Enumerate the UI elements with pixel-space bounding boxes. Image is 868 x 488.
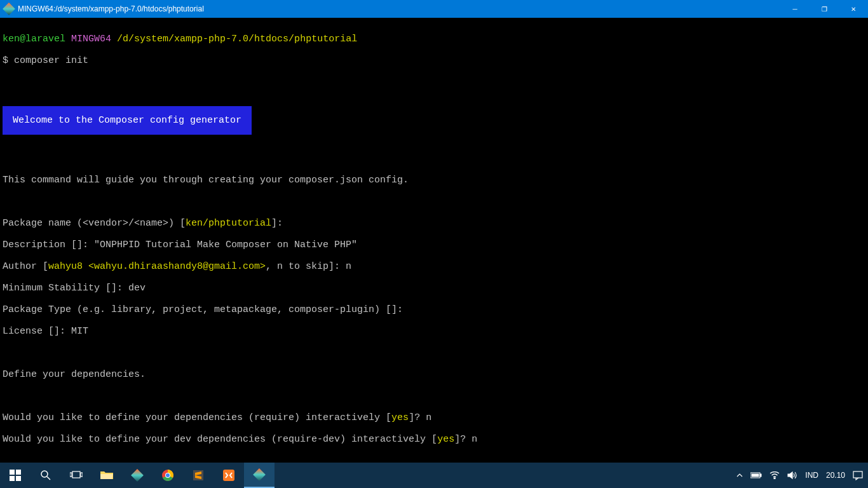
mintty-taskbar-button[interactable] [244,463,275,488]
xampp-button[interactable] [214,463,244,488]
svg-rect-6 [72,471,80,478]
svg-rect-8 [81,473,83,477]
require-line: Would you like to define your dependenci… [3,412,865,423]
maximize-button[interactable]: ❐ [810,0,839,18]
taskview-button[interactable] [61,463,92,488]
window-titlebar: MINGW64:/d/system/xampp-php-7.0/htdocs/p… [0,0,868,18]
window-title: MINGW64:/d/system/xampp-php-7.0/htdocs/p… [18,4,204,13]
window-controls: ─ ❐ ✕ [780,0,868,18]
banner-line: Welcome to the Composer config generator [3,98,865,142]
minimize-button[interactable]: ─ [780,0,810,18]
blank-line [3,77,865,88]
clock[interactable]: 20.10 [826,471,845,480]
require-dev-line: Would you like to define your dev depend… [3,434,865,445]
svg-rect-0 [10,470,15,475]
volume-icon[interactable] [787,471,797,480]
prompt-line: ken@laravel MINGW64 /d/system/xampp-php-… [3,34,865,44]
sublime-icon [191,468,206,483]
search-icon [38,468,53,483]
chrome-icon [160,468,175,483]
folder-icon [99,468,114,483]
description-line: Description []: "ONPHPID Tutorial Make C… [3,240,865,250]
chrome-button[interactable] [153,463,183,488]
system-tray: IND 20.10 [736,463,868,488]
blank-line [3,153,865,164]
start-button[interactable] [0,463,31,488]
svg-rect-2 [10,476,15,481]
blank-line [3,348,865,358]
svg-rect-18 [853,471,862,478]
wifi-icon[interactable] [770,471,780,479]
package-name-line: Package name (<vendor>/<name>) [ken/phpt… [3,218,865,229]
svg-rect-16 [752,474,759,477]
close-button[interactable]: ✕ [839,0,868,18]
license-line: License []: MIT [3,326,865,337]
svg-rect-7 [70,473,72,477]
guide-line: This command will guide you through crea… [3,175,865,186]
prompt-path: /d/system/xampp-php-7.0/htdocs/phptutori… [117,34,357,44]
taskview-icon [69,468,84,483]
svg-rect-1 [16,470,21,475]
svg-rect-3 [16,476,21,481]
search-button[interactable] [31,463,61,488]
svg-point-4 [41,471,48,477]
composer-banner: Welcome to the Composer config generator [3,106,252,135]
diamond-icon [252,467,267,482]
svg-point-17 [774,478,775,479]
blank-line [3,391,865,402]
blank-line [3,196,865,207]
file-explorer-button[interactable] [92,463,122,488]
tray-chevron-icon[interactable] [736,472,743,478]
prompt-sys: MINGW64 [71,34,111,44]
git-bash-button[interactable] [122,463,153,488]
terminal-output[interactable]: ken@laravel MINGW64 /d/system/xampp-php-… [0,18,868,488]
command-line: $ composer init [3,55,865,66]
svg-point-11 [166,473,170,477]
svg-line-5 [47,477,50,480]
svg-rect-13 [223,470,234,481]
windows-icon [8,468,23,483]
diamond-icon [130,468,145,483]
action-center-icon[interactable] [853,470,863,480]
svg-rect-15 [760,474,761,477]
prompt-user: ken@laravel [3,34,65,44]
mintty-icon [4,4,14,14]
sublime-button[interactable] [183,463,214,488]
taskbar: IND 20.10 [0,463,868,488]
input-language[interactable]: IND [805,471,818,480]
minstability-line: Minimum Stability []: dev [3,283,865,294]
svg-rect-12 [193,470,203,480]
xampp-icon [221,468,236,483]
author-line: Author [wahyu8 <wahyu.dhiraashandy8@gmai… [3,261,865,272]
packagetype-line: Package Type (e.g. library, project, met… [3,304,865,315]
battery-icon[interactable] [750,472,762,478]
define-deps-line: Define your dependencies. [3,369,865,380]
